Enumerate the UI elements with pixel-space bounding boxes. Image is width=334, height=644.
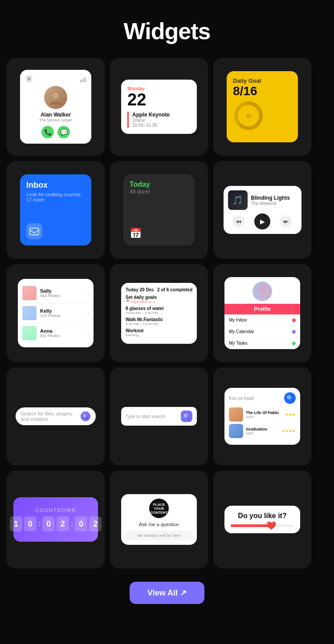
movie-year-2: 2007 xyxy=(246,431,267,435)
movie-stars-2: ★★★★ xyxy=(281,429,296,433)
countdown-digit-3: 0 xyxy=(42,516,55,531)
planner-header: Today 20 Dec 2 of 6 completed xyxy=(126,287,192,292)
search-plain-icon[interactable]: 🔍 xyxy=(181,411,192,422)
movie-row-1[interactable]: The Life Of Pablo 2015 ★★★ xyxy=(229,407,296,422)
calendar-date: 22 xyxy=(127,91,191,108)
profile-menu-inbox[interactable]: My Inbox xyxy=(224,314,300,326)
rating-slider[interactable]: ❤️ xyxy=(231,524,294,527)
countdown-digit-6: 2 xyxy=(89,516,102,531)
contact-widget-cell: ✕ Alan Walker The famous singer 📞 💬 xyxy=(7,58,105,156)
search-plain-bar[interactable]: Type to start search 🔍 xyxy=(121,407,197,426)
svg-point-6 xyxy=(258,285,266,293)
profile-calendar-label: My Calendar xyxy=(229,329,254,334)
movies-widget-cell: Kan ya baad 🔍 The Life Of Pablo 2015 ★★★… xyxy=(213,367,311,465)
countdown-widget: COUNTDOWN 1 0 : 0 2 : 0 2 xyxy=(13,497,98,542)
album-art: 🎵 xyxy=(228,190,248,210)
svg-point-0 xyxy=(53,93,59,99)
planner-date: Today 20 Dec xyxy=(126,287,154,292)
photo-row-3[interactable]: Anna 832 Photos › xyxy=(22,323,89,343)
svg-rect-5 xyxy=(30,228,39,235)
widgets-grid: ✕ Alan Walker The famous singer 📞 💬 xyxy=(7,58,327,568)
contact-card-topbar: ✕ xyxy=(25,75,86,82)
photo-count-2: 319 Photos xyxy=(40,314,61,318)
movie-title-2: Graduation xyxy=(246,427,267,431)
movies-widget: Kan ya baad 🔍 The Life Of Pablo 2015 ★★★… xyxy=(224,388,300,445)
movie-title-1: The Life Of Pablo xyxy=(246,411,279,415)
movies-search-row: Kan ya baad 🔍 xyxy=(229,392,296,404)
planner-widget-cell: Today 20 Dec 2 of 6 completed Set daily … xyxy=(110,264,208,362)
contact-name: Alan Walker xyxy=(41,112,71,118)
previous-button[interactable]: ⏮ xyxy=(232,215,245,228)
planner-location-1: 📍 Kopernika st. 3 xyxy=(126,300,192,304)
ask-widget-cell: PLACE YOUR CONTENT Ask me a question the… xyxy=(110,471,208,568)
avatar xyxy=(253,282,272,301)
svg-text:⊙: ⊙ xyxy=(246,112,251,119)
planner-time-2: 10:00 AM – 3:30 PM xyxy=(126,311,192,315)
photo-thumb-2 xyxy=(22,306,37,320)
tasks-indicator xyxy=(292,342,296,345)
countdown-separator-1: : xyxy=(38,520,41,528)
photo-name-2: Kelly xyxy=(40,308,61,314)
today-label: Today xyxy=(130,181,188,189)
planner-item-4[interactable]: Workout Evening xyxy=(126,328,192,337)
inbox-title: Inbox xyxy=(26,181,85,190)
search-figma-widget-cell: Search for files, plugins, and creators … xyxy=(7,367,105,465)
signal-bars xyxy=(80,75,86,82)
photos-widget-cell: Sally 564 Photos › Kelly 319 Photos › An… xyxy=(7,264,105,362)
search-figma-widget: Search for files, plugins, and creators … xyxy=(11,407,100,425)
countdown-digit-4: 2 xyxy=(57,516,69,531)
music-widget: 🎵 Blinding Lights The Weeknd ⏮ ▶ ⏭ xyxy=(224,186,301,234)
rating-widget: Do you like it? ❤️ xyxy=(224,506,300,533)
planner-task-1: Set daily goals xyxy=(126,295,192,300)
view-all-button[interactable]: View All ↗ xyxy=(130,582,204,604)
movie-thumb-1 xyxy=(229,407,243,422)
calendar-widget: Monday 22 Apple Keynote Online 10:00–11:… xyxy=(121,80,197,134)
inbox-widget[interactable]: Inbox Look for cooking courses 17 more xyxy=(20,174,91,246)
photo-name-1: Sally xyxy=(40,288,61,294)
heart-icon: ❤️ xyxy=(266,521,276,531)
photo-thumb-3 xyxy=(22,326,37,340)
movie-thumb-2 xyxy=(229,424,243,438)
profile-widget-cell: Profile My Inbox My Calendar My Tasks xyxy=(213,264,311,362)
countdown-widget-cell: COUNTDOWN 1 0 : 0 2 : 0 2 xyxy=(7,471,105,568)
photo-row-1[interactable]: Sally 564 Photos › xyxy=(22,283,89,303)
profile-menu-tasks[interactable]: My Tasks xyxy=(224,338,300,349)
calendar-indicator xyxy=(292,330,296,334)
planner-task-4: Workout xyxy=(126,328,192,333)
daily-goal-widget-cell: Daily Goal 8/16 ⊙ xyxy=(213,58,311,156)
countdown-digits: 1 0 : 0 2 : 0 2 xyxy=(10,516,102,531)
search-figma-bar[interactable]: Search for files, plugins, and creators … xyxy=(16,407,96,425)
planner-item-2[interactable]: 8 glasses of water 10:00 AM – 3:30 PM xyxy=(126,306,192,315)
ask-answer: the answers will be here xyxy=(126,531,192,540)
photo-thumb-1 xyxy=(22,286,37,300)
today-widget-cell: Today All done! 📅 xyxy=(110,161,208,259)
profile-inbox-label: My Inbox xyxy=(229,318,247,322)
calendar-event[interactable]: Apple Keynote Online 10:00–11:30 xyxy=(127,112,191,128)
calendar-widget-cell: Monday 22 Apple Keynote Online 10:00–11:… xyxy=(110,58,208,156)
track-name: Blinding Lights xyxy=(251,195,290,201)
planner-item-1[interactable]: Set daily goals 📍 Kopernika st. 3 xyxy=(126,295,192,304)
music-info-row: 🎵 Blinding Lights The Weeknd xyxy=(228,190,297,210)
profile-avatar-area xyxy=(224,277,300,301)
chevron-right-icon: › xyxy=(88,291,89,296)
movie-year-1: 2015 xyxy=(246,415,279,419)
slider-track: ❤️ xyxy=(231,524,294,527)
next-button[interactable]: ⏭ xyxy=(280,215,292,228)
music-widget-cell: 🎵 Blinding Lights The Weeknd ⏮ ▶ ⏭ xyxy=(213,161,311,259)
search-icon[interactable]: 🔍 xyxy=(81,411,90,421)
photo-row-2[interactable]: Kelly 319 Photos › xyxy=(22,303,89,323)
movie-row-2[interactable]: Graduation 2007 ★★★★ xyxy=(229,424,296,438)
movies-search-input[interactable]: Kan ya baad xyxy=(229,396,281,401)
planner-item-3[interactable]: Walk Mr.Fantastic 6:30 PM – 11:00 PM xyxy=(126,317,192,326)
photo-count-1: 564 Photos xyxy=(40,294,61,298)
call-button[interactable]: 📞 xyxy=(41,126,54,138)
movie-info-1: The Life Of Pablo 2015 xyxy=(246,411,279,419)
close-icon[interactable]: ✕ xyxy=(25,75,33,82)
play-button[interactable]: ▶ xyxy=(254,213,270,229)
message-button[interactable]: 💬 xyxy=(57,126,70,138)
profile-menu-calendar[interactable]: My Calendar xyxy=(224,326,300,338)
calendar-event-time: 10:00–11:30 xyxy=(132,123,191,128)
contact-subtitle: The famous singer xyxy=(39,118,73,122)
movies-search-button[interactable]: 🔍 xyxy=(284,392,296,404)
ask-widget: PLACE YOUR CONTENT Ask me a question the… xyxy=(121,494,197,545)
